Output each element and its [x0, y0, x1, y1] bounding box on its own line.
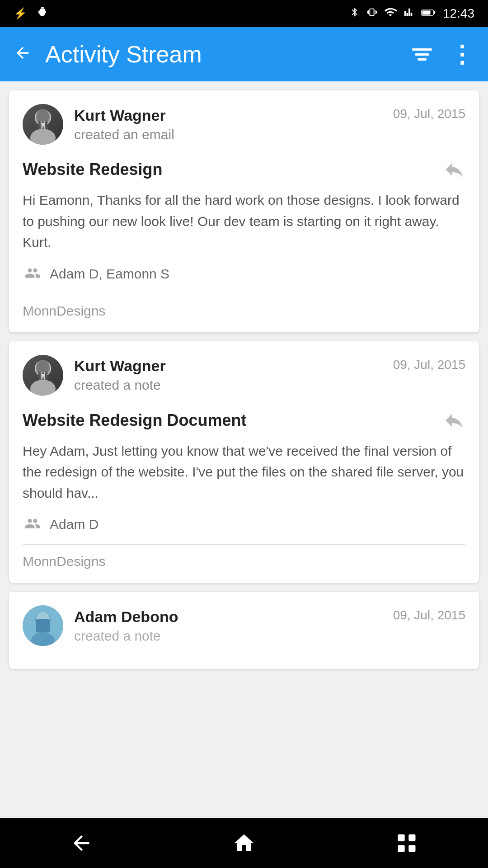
svg-point-11 — [30, 380, 56, 396]
svg-rect-9 — [44, 121, 45, 129]
vibrate-icon — [367, 6, 377, 22]
card-message: Hi Eamonn, Thanks for all the hard work … — [23, 190, 465, 253]
card-subject-row: Website Redesign — [23, 158, 465, 181]
user-name: Kurt Wagner — [74, 107, 382, 124]
svg-rect-25 — [408, 845, 415, 852]
user-action: created a note — [74, 377, 382, 393]
recipients-text: Adam D, Eamonn S — [50, 266, 169, 282]
status-bar: ⚡ 12:43 — [0, 0, 488, 27]
recents-nav-button[interactable] — [395, 831, 418, 855]
card-body: Website Redesign Document Hey Adam, Just… — [9, 405, 479, 583]
signal-icon — [404, 6, 414, 22]
card-company: MonnDesigns — [23, 303, 465, 319]
activity-card: Kurt Wagner created an email 09, Jul, 20… — [9, 90, 479, 332]
card-header: Kurt Wagner created a note 09, Jul, 2015 — [9, 341, 479, 405]
card-subject: Website Redesign — [23, 160, 162, 179]
card-recipients: Adam D, Eamonn S — [23, 265, 465, 283]
back-button[interactable] — [14, 43, 32, 66]
user-action: created an email — [74, 127, 382, 142]
recipients-icon — [23, 515, 42, 533]
home-nav-button[interactable] — [232, 831, 256, 855]
card-header-info: Adam Debono created a note — [74, 608, 382, 644]
filter-button[interactable] — [412, 48, 432, 61]
back-nav-button[interactable] — [70, 831, 93, 855]
battery-icon — [421, 6, 436, 21]
time: 12:43 — [443, 6, 474, 21]
user-action: created a note — [74, 628, 382, 644]
activity-card: Kurt Wagner created a note 09, Jul, 2015… — [9, 341, 479, 583]
svg-point-7 — [37, 109, 49, 122]
svg-rect-22 — [398, 835, 405, 841]
recipients-text: Adam D — [50, 517, 99, 532]
avatar — [23, 605, 63, 646]
user-name: Adam Debono — [74, 608, 382, 626]
more-options-button[interactable]: ⋮ — [450, 41, 474, 68]
card-header: Adam Debono created a note 09, Jul, 2015 — [9, 592, 479, 655]
recipients-icon — [23, 265, 42, 283]
svg-rect-1 — [422, 11, 430, 15]
app-bar: Activity Stream ⋮ — [0, 27, 488, 81]
reply-icon[interactable] — [443, 409, 465, 432]
svg-rect-16 — [44, 372, 45, 380]
svg-rect-15 — [41, 372, 42, 380]
card-recipients: Adam D — [23, 515, 465, 533]
card-header: Kurt Wagner created an email 09, Jul, 20… — [9, 90, 479, 154]
user-name: Kurt Wagner — [74, 357, 382, 375]
card-divider — [23, 294, 465, 294]
app-bar-actions: ⋮ — [412, 41, 474, 68]
nav-bar — [0, 818, 488, 868]
bluetooth-icon — [350, 6, 360, 22]
svg-rect-2 — [434, 11, 435, 14]
svg-rect-23 — [408, 835, 415, 841]
activity-date: 09, Jul, 2015 — [393, 355, 465, 372]
card-header-info: Kurt Wagner created a note — [74, 357, 382, 393]
activity-date: 09, Jul, 2015 — [393, 104, 465, 121]
card-divider — [23, 544, 465, 545]
svg-point-14 — [37, 360, 49, 373]
svg-rect-24 — [398, 845, 405, 852]
svg-point-4 — [30, 129, 56, 145]
card-company: MonnDesigns — [23, 554, 465, 569]
activity-date: 09, Jul, 2015 — [393, 605, 465, 623]
activity-card: Adam Debono created a note 09, Jul, 2015 — [9, 592, 479, 669]
bug-icon — [36, 6, 49, 21]
status-bar-left: ⚡ — [14, 6, 49, 21]
card-message: Hey Adam, Just letting you know that we'… — [23, 441, 465, 504]
svg-rect-21 — [36, 619, 50, 632]
wifi-icon — [384, 6, 397, 22]
card-body: Website Redesign Hi Eamonn, Thanks for a… — [9, 154, 479, 332]
avatar — [23, 355, 63, 396]
card-subject-row: Website Redesign Document — [23, 409, 465, 432]
reply-icon[interactable] — [443, 158, 465, 181]
svg-rect-8 — [41, 121, 42, 129]
avatar — [23, 104, 63, 145]
card-header-info: Kurt Wagner created an email — [74, 107, 382, 142]
usb-icon: ⚡ — [14, 7, 27, 20]
card-subject: Website Redesign Document — [23, 411, 246, 430]
activity-stream-content: Kurt Wagner created an email 09, Jul, 20… — [0, 81, 488, 818]
page-title: Activity Stream — [45, 41, 412, 68]
status-bar-right: 12:43 — [350, 6, 474, 22]
